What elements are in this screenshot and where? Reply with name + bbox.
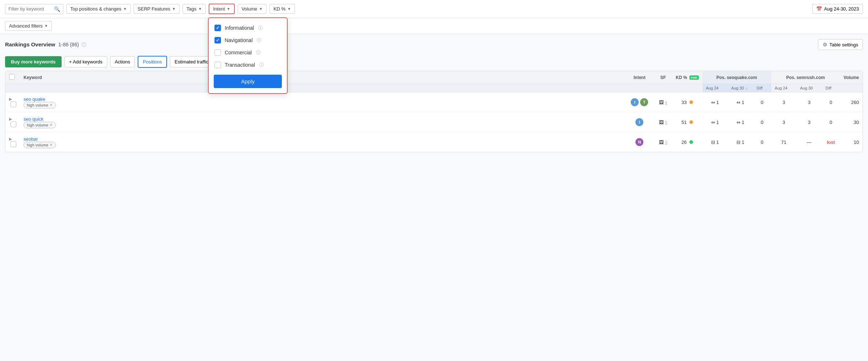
- chevron-down-icon: ▼: [172, 7, 176, 11]
- row-expand: ▶: [5, 92, 20, 112]
- checkbox-informational[interactable]: [214, 25, 221, 31]
- keyword-link[interactable]: seo quake: [24, 96, 45, 102]
- keyword-link[interactable]: seo quick: [24, 116, 43, 122]
- tab-estimated-traffic[interactable]: Estimated traffic: [170, 56, 213, 67]
- row-expand: ▶: [5, 132, 20, 152]
- intent-badge-t: T: [640, 98, 648, 106]
- checkbox-commercial[interactable]: [214, 49, 221, 56]
- tag-remove-icon[interactable]: ✕: [50, 103, 53, 107]
- chevron-down-icon: ▼: [123, 7, 127, 11]
- rankings-header: Rankings Overview 1-86 (86) ⓘ ⚙ Table se…: [5, 34, 863, 54]
- sort-icon: ↕: [746, 86, 747, 90]
- actions-button[interactable]: Actions: [110, 56, 135, 67]
- pos-sq-aug30: ⊟ 1: [728, 132, 753, 152]
- header-intent: Intent: [625, 71, 654, 84]
- tag-badge: high volume ✕: [24, 142, 56, 148]
- top-positions-filter[interactable]: Top positions & changes ▼: [66, 4, 131, 14]
- header-select-all: [5, 71, 20, 84]
- header-volume: Volume: [840, 71, 863, 84]
- sf-cell: 🖼 3: [654, 132, 672, 152]
- add-keywords-button[interactable]: + Add keywords: [64, 56, 107, 67]
- intent-badge-i: I: [635, 118, 643, 126]
- keyword-cell: seobar high volume ✕: [20, 132, 625, 152]
- tag-remove-icon[interactable]: ✕: [50, 143, 53, 147]
- expand-arrow[interactable]: ▶: [9, 117, 12, 121]
- sf-icon: 🖼: [659, 100, 664, 105]
- diff-sq: 0: [753, 112, 771, 132]
- apply-button[interactable]: Apply: [214, 75, 282, 88]
- kd-dot: [689, 120, 693, 124]
- intent-filter[interactable]: Intent ▼: [209, 4, 234, 14]
- info-icon-transactional: ⓘ: [259, 62, 264, 68]
- volume-filter[interactable]: Volume ▼: [238, 4, 267, 14]
- intent-option-commercial[interactable]: Commercial ⓘ: [209, 46, 287, 59]
- table-header-row: Keyword Intent SF KD % new Pos. seoquake…: [5, 71, 863, 84]
- table-subheader-row: Aug 24 Aug 30 ↕ Diff Aug 24 Aug 30 Diff: [5, 84, 863, 92]
- diff-sr: 0: [822, 112, 840, 132]
- select-all-checkbox[interactable]: [9, 74, 15, 80]
- pos-sq-aug24: ⇔ 1: [702, 112, 728, 132]
- intent-badge-i: I: [631, 98, 639, 106]
- tags-filter[interactable]: Tags ▼: [183, 4, 206, 14]
- serp-features-filter[interactable]: SERP Features ▼: [134, 4, 180, 14]
- header-keyword: Keyword: [20, 71, 625, 84]
- intent-option-informational[interactable]: Informational ⓘ: [209, 22, 287, 34]
- rankings-table: Keyword Intent SF KD % new Pos. seoquake…: [5, 71, 863, 152]
- pos-sq-aug30: ⇔ 1: [728, 112, 753, 132]
- intent-cell: N: [625, 132, 654, 152]
- sf-cell: 🖼 5: [654, 112, 672, 132]
- pos-sq-aug24: ⊟ 1: [702, 132, 728, 152]
- sf-value: 5: [665, 120, 667, 125]
- search-input[interactable]: [8, 6, 52, 12]
- sf-value: 4: [665, 100, 667, 105]
- db-icon: ⊟: [736, 140, 740, 145]
- subheader-sr-aug30: Aug 30: [797, 84, 822, 92]
- main-content: Rankings Overview 1-86 (86) ⓘ ⚙ Table se…: [0, 34, 868, 152]
- intent-badge-n: N: [635, 138, 643, 146]
- checkbox-transactional[interactable]: [214, 62, 221, 68]
- sf-cell: 🖼 4: [654, 92, 672, 112]
- keyword-link[interactable]: seobar: [24, 136, 38, 142]
- checkbox-navigational[interactable]: [214, 37, 221, 43]
- row-checkbox[interactable]: [11, 121, 16, 127]
- intent-cell: I: [625, 112, 654, 132]
- kd-cell: 33: [672, 92, 702, 112]
- chevron-down-icon: ▼: [259, 7, 263, 11]
- intent-option-transactional[interactable]: Transactional ⓘ: [209, 59, 287, 71]
- link-icon: ⇔: [711, 120, 715, 125]
- keyword-cell: seo quake high volume ✕: [20, 92, 625, 112]
- subheader-sr-aug24: Aug 24: [771, 84, 797, 92]
- volume-cell: 260: [840, 92, 863, 112]
- tag-badge: high volume ✕: [24, 122, 56, 128]
- toolbar: 🔍 Top positions & changes ▼ SERP Feature…: [0, 0, 868, 18]
- header-pos-semrush: Pos. semrush.com: [771, 71, 840, 84]
- kd-cell: 51: [672, 112, 702, 132]
- intent-option-navigational[interactable]: Navigational ⓘ: [209, 34, 287, 46]
- expand-arrow[interactable]: ▶: [9, 137, 12, 141]
- table-settings-button[interactable]: ⚙ Table settings: [818, 39, 863, 50]
- row-checkbox[interactable]: [11, 101, 16, 107]
- advanced-filters-bar: Advanced filters ▼: [0, 18, 868, 34]
- advanced-filters-button[interactable]: Advanced filters ▼: [5, 21, 52, 31]
- calendar-icon: 📅: [816, 6, 822, 12]
- kd-cell: 26: [672, 132, 702, 152]
- tag-remove-icon[interactable]: ✕: [50, 123, 53, 127]
- volume-cell: 30: [840, 112, 863, 132]
- row-expand: ▶: [5, 112, 20, 132]
- kd-filter[interactable]: KD % ▼: [270, 4, 295, 14]
- expand-arrow[interactable]: ▶: [9, 97, 12, 101]
- table-row: ▶ seo quake high volume ✕ I T: [5, 92, 863, 112]
- pos-sr-aug24: 71: [771, 132, 797, 152]
- date-range-button[interactable]: 📅 Aug 24-30, 2023: [812, 4, 863, 14]
- subheader-sq-aug30: Aug 30 ↕: [728, 84, 753, 92]
- diff-sq: 0: [753, 132, 771, 152]
- buy-keywords-button[interactable]: Buy more keywords: [5, 56, 62, 67]
- info-icon-informational: ⓘ: [258, 25, 263, 31]
- pos-sr-aug30: 3: [797, 92, 822, 112]
- row-checkbox[interactable]: [11, 141, 16, 147]
- header-sf: SF: [654, 71, 672, 84]
- link-icon: ⇔: [736, 120, 740, 125]
- tab-positions[interactable]: Positions: [138, 56, 167, 68]
- sf-icon: 🖼: [659, 140, 664, 145]
- diff-sr: 0: [822, 92, 840, 112]
